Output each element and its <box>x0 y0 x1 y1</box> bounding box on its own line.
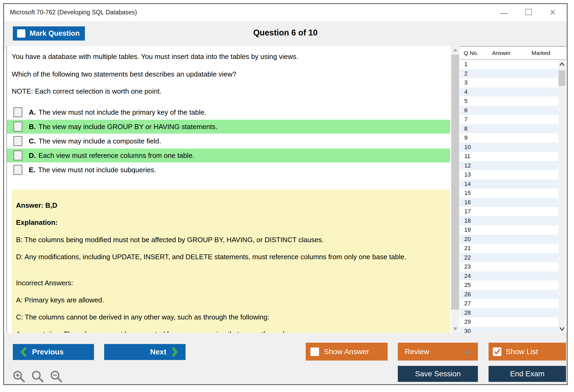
qlist-row[interactable]: 16 <box>460 198 558 207</box>
qlist-row[interactable]: 1 <box>460 60 558 69</box>
qlist-row[interactable]: 19 <box>460 225 558 235</box>
option-checkbox-d[interactable] <box>13 150 22 161</box>
zoom-controls <box>12 370 64 384</box>
qlist-row[interactable]: 5 <box>460 97 558 106</box>
qlist-row-number: 21 <box>464 245 471 252</box>
question-counter: Question 6 of 10 <box>4 28 567 38</box>
close-button[interactable]: ✕ <box>549 9 556 17</box>
option-checkbox-c[interactable] <box>13 136 22 146</box>
option-text: The view may include a composite field. <box>38 137 161 145</box>
qlist-row-number: 6 <box>464 107 467 114</box>
qlist-row[interactable]: 23 <box>460 262 558 271</box>
qlist-scrollbar-thumb[interactable] <box>559 70 565 86</box>
qlist-row[interactable]: 29 <box>460 317 558 327</box>
qlist-row[interactable]: 11 <box>460 152 558 161</box>
qlist-row[interactable]: 4 <box>460 87 558 97</box>
qlist-scroll-down-icon[interactable] <box>559 326 565 331</box>
qlist-row[interactable]: 6 <box>460 106 558 115</box>
chevron-left-icon <box>20 347 26 357</box>
option-row-d[interactable]: D. Each view must reference columns from… <box>7 149 450 162</box>
qlist-row[interactable]: 13 <box>460 170 558 179</box>
qlist-row[interactable]: 28 <box>460 308 558 318</box>
qlist-row[interactable]: 12 <box>460 161 558 170</box>
option-checkbox-e[interactable] <box>13 165 22 175</box>
qlist-row-number: 9 <box>464 134 467 141</box>
qlist-row[interactable]: 24 <box>460 271 558 281</box>
show-list-checkbox[interactable] <box>493 347 501 356</box>
close-icon: ✕ <box>549 8 556 17</box>
qlist-row-number: 7 <box>464 116 467 123</box>
save-session-button[interactable]: Save Session <box>398 366 478 382</box>
show-answer-label: Show Answer <box>324 347 369 356</box>
option-text: The view must not include the primary ke… <box>38 108 206 117</box>
qlist-row[interactable]: 18 <box>460 216 558 226</box>
previous-button[interactable]: Previous <box>13 344 94 360</box>
qlist-row[interactable]: 2 <box>460 69 558 78</box>
option-row-c[interactable]: C. The view may include a composite fiel… <box>7 134 450 148</box>
qlist-header-answer: Answer <box>492 50 511 56</box>
qlist-row[interactable]: 8 <box>460 124 558 134</box>
qlist-row[interactable]: 15 <box>460 189 558 198</box>
end-exam-button[interactable]: End Exam <box>489 366 566 382</box>
show-list-label: Show List <box>506 347 538 356</box>
qlist-row-number: 2 <box>464 70 467 77</box>
qlist-row-number: 1 <box>464 61 467 68</box>
title-bar: Microsoft 70-762 (Developing SQL Databas… <box>4 4 567 21</box>
qlist-header-qno: Q No. <box>464 50 478 56</box>
option-letter: B. <box>29 123 36 131</box>
qlist-row[interactable]: 22 <box>460 253 558 262</box>
minimize-button[interactable] <box>500 10 508 15</box>
qlist-row[interactable]: 26 <box>460 290 558 299</box>
option-row-a[interactable]: A. The view must not include the primary… <box>7 105 450 119</box>
question-paragraph: Which of the following two statements be… <box>12 70 236 78</box>
qlist-row[interactable]: 10 <box>460 143 558 152</box>
qlist-row[interactable]: 7 <box>460 115 558 124</box>
option-row-e[interactable]: E. The view must not include subqueries. <box>7 163 450 177</box>
next-button[interactable]: Next <box>104 344 186 360</box>
zoom-in-icon[interactable] <box>12 370 26 384</box>
qlist-row[interactable]: 30 <box>460 327 558 333</box>
qlist-row-number: 23 <box>464 263 471 270</box>
qlist-scroll-up-icon[interactable] <box>559 62 565 67</box>
save-session-label: Save Session <box>415 370 461 378</box>
zoom-reset-icon[interactable] <box>31 370 45 384</box>
qlist-scrollbar[interactable] <box>559 60 565 333</box>
show-answer-checkbox[interactable] <box>310 347 319 356</box>
bottom-bar: Previous Next Show <box>4 333 567 384</box>
option-letter: C. <box>29 137 36 145</box>
qlist-row[interactable]: 9 <box>460 133 558 143</box>
qlist-row[interactable]: 20 <box>460 235 558 244</box>
header-strip: Mark Question Question 6 of 10 <box>4 21 567 50</box>
explanation-box: Answer: B,D Explanation: B: The columns … <box>12 190 450 333</box>
qlist-row[interactable]: 21 <box>460 244 558 253</box>
show-list-button[interactable]: Show List <box>489 343 566 361</box>
explanation-line: A computation. The column cannot be comp… <box>16 330 303 333</box>
option-row-b[interactable]: B. The view may include GROUP BY or HAVI… <box>7 120 450 134</box>
show-answer-button[interactable]: Show Answer <box>306 343 388 361</box>
explanation-line: A: Primary keys are allowed. <box>16 296 104 305</box>
maximize-icon <box>525 9 532 15</box>
option-checkbox-b[interactable] <box>13 122 22 132</box>
explanation-line: B: The columns being modified must not b… <box>16 235 324 244</box>
qlist-header-marked: Marked <box>532 50 550 56</box>
qlist-row-number: 18 <box>464 217 471 224</box>
scroll-up-arrow-icon[interactable] <box>453 49 457 51</box>
qlist-row[interactable]: 3 <box>460 78 558 87</box>
qlist-row[interactable]: 27 <box>460 299 558 308</box>
window-controls: ✕ <box>500 4 556 21</box>
qlist-row-number: 25 <box>464 282 471 289</box>
question-list-panel: Q No. Answer Marked 12345678910111213141… <box>460 46 566 333</box>
review-button[interactable]: Review <box>398 343 478 361</box>
qlist-row[interactable]: 17 <box>460 207 558 216</box>
qlist-row[interactable]: 14 <box>460 179 558 189</box>
question-note: NOTE: Each correct selection is worth on… <box>12 87 162 95</box>
option-checkbox-a[interactable] <box>13 107 22 117</box>
scroll-down-arrow-icon[interactable] <box>453 327 457 330</box>
option-text: Each view must reference columns from on… <box>38 151 194 160</box>
main-scrollbar[interactable] <box>451 46 459 333</box>
main-scrollbar-thumb[interactable] <box>451 55 459 310</box>
maximize-button[interactable] <box>525 9 532 16</box>
zoom-out-icon[interactable] <box>49 370 64 384</box>
qlist-row[interactable]: 25 <box>460 281 558 290</box>
qlist-row-number: 24 <box>464 273 471 279</box>
